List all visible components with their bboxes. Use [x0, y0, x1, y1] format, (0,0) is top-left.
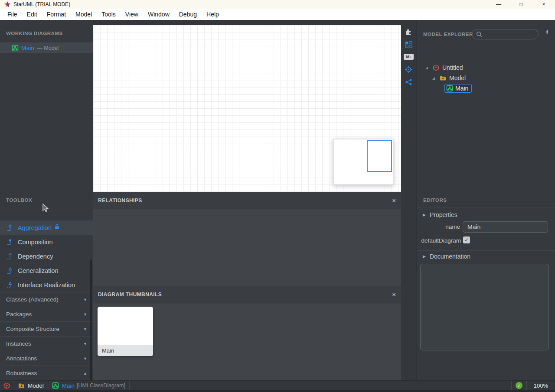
properties-section-header[interactable]: ▶ Properties — [423, 211, 457, 218]
chevron-down-icon: ▼ — [83, 342, 87, 346]
tool-composition[interactable]: Composition — [0, 235, 93, 249]
close-icon[interactable]: × — [532, 0, 555, 9]
working-diagrams-button[interactable] — [403, 39, 415, 50]
zoom-level[interactable]: 100% — [534, 382, 548, 389]
canvas-margin — [93, 20, 401, 25]
staruml-logo-icon — [4, 1, 10, 7]
extensions-button[interactable] — [403, 26, 415, 37]
divider — [48, 381, 48, 390]
side-toolbar: M↓ — [401, 20, 416, 380]
aggregation-icon — [7, 224, 14, 231]
class-diagram-icon — [446, 85, 453, 92]
model-folder-icon — [18, 383, 25, 389]
menu-model[interactable]: Model — [71, 9, 97, 20]
editors-panel: EDITORS ▶ Properties name defaultDiagram… — [416, 192, 555, 380]
menu-debug[interactable]: Debug — [174, 9, 202, 20]
chevron-up-icon: ▲ — [83, 371, 87, 376]
thumbnail-main[interactable]: Main — [98, 307, 153, 356]
menu-tools[interactable]: Tools — [97, 9, 121, 20]
share-graph-icon — [405, 78, 412, 86]
breadcrumb-model[interactable]: Model — [18, 382, 44, 389]
toolbox-section-composite-structure[interactable]: Composite Structure ▼ — [0, 321, 93, 336]
sort-down-icon: ▼ — [545, 32, 548, 35]
tree-item-main[interactable]: Main — [417, 83, 555, 94]
menu-help[interactable]: Help — [202, 9, 224, 20]
toolbox-section-classes-advanced[interactable]: Classes (Advanced) ▼ — [0, 292, 93, 307]
tool-interface-realization[interactable]: Interface Realization — [0, 278, 93, 292]
relationships-panel: RELATIONSHIPS × — [93, 192, 401, 286]
menubar: File Edit Format Model Tools View Window… — [0, 9, 555, 20]
disclosure-icon: ▶ — [423, 213, 426, 217]
expander-icon[interactable]: ◢ — [431, 76, 436, 80]
editors-header: EDITORS — [423, 198, 447, 203]
model-search — [472, 29, 539, 39]
working-diagram-item-main[interactable]: Main — Model — [0, 42, 93, 53]
breadcrumb-diagram[interactable]: Main [UMLClassDiagram] — [52, 382, 125, 389]
tool-generalization[interactable]: Generalization — [0, 263, 93, 278]
interface-realization-icon — [7, 282, 14, 288]
model-explorer-panel: MODEL EXPLORER ▲ ▼ ◢ Untitled ◢ — [416, 20, 555, 192]
sort-button[interactable]: ▲ ▼ — [543, 29, 552, 34]
grid-icon — [405, 41, 412, 48]
focus-target-button[interactable] — [403, 64, 415, 75]
default-diagram-checkbox[interactable]: ✓ — [463, 236, 470, 243]
divider — [417, 250, 555, 251]
chevron-down-icon: ▼ — [83, 312, 87, 317]
maximize-icon[interactable]: □ — [510, 0, 532, 9]
menu-edit[interactable]: Edit — [22, 9, 42, 20]
toolbox-section-robustness[interactable]: Robustness ▲ — [0, 366, 93, 380]
check-icon: ✓ — [517, 383, 521, 388]
tool-dependency[interactable]: Dependency — [0, 249, 93, 263]
documentation-textarea[interactable] — [420, 264, 549, 350]
divider — [511, 381, 512, 390]
chevron-down-icon: ▼ — [83, 298, 87, 302]
validation-ok-button[interactable]: ✓ — [516, 382, 522, 389]
dependency-icon — [7, 253, 14, 260]
chevron-down-icon: ▼ — [83, 356, 87, 361]
tool-aggregation[interactable]: Aggregation — [0, 220, 93, 235]
toolbox-section-instances[interactable]: Instances ▼ — [0, 336, 93, 351]
search-icon — [476, 31, 482, 37]
relationships-button[interactable] — [403, 76, 415, 87]
minimize-icon[interactable]: — — [487, 0, 510, 9]
crosshair-icon — [405, 65, 413, 74]
selected-tree-item[interactable]: Main — [444, 84, 472, 93]
diagram-name: Main — [21, 45, 34, 52]
staruml-window: StarUML (TRIAL MODE) — □ × File Edit For… — [0, 0, 555, 392]
menu-format[interactable]: Format — [42, 9, 71, 20]
mouse-cursor — [42, 204, 50, 212]
close-icon[interactable]: × — [392, 291, 396, 298]
menu-view[interactable]: View — [121, 9, 143, 20]
markdown-button[interactable]: M↓ — [403, 51, 415, 62]
search-input[interactable] — [485, 31, 532, 38]
tree-item-model[interactable]: ◢ Model — [417, 73, 555, 83]
divider — [14, 381, 14, 390]
relationships-content — [93, 210, 401, 286]
diagram-thumbnails-panel: DIAGRAM THUMBNAILS × Main — [93, 286, 401, 380]
statusbar: Model Main [UMLClassDiagram] ✓ 100% — [0, 380, 555, 392]
breadcrumb-project[interactable] — [3, 382, 10, 389]
close-icon[interactable]: × — [392, 197, 396, 204]
disclosure-icon: ▶ — [423, 254, 426, 259]
tree-item-untitled[interactable]: ◢ Untitled — [417, 62, 555, 73]
documentation-section-header[interactable]: ▶ Documentation — [423, 253, 470, 260]
name-field[interactable] — [463, 221, 548, 233]
project-cube-icon — [433, 65, 439, 71]
toolbox-section-packages[interactable]: Packages ▼ — [0, 307, 93, 321]
diagram-context: — Model — [37, 45, 59, 51]
divider — [417, 207, 555, 207]
markdown-icon: M↓ — [404, 54, 414, 60]
toolbox-section-annotations[interactable]: Annotations ▼ — [0, 351, 93, 366]
thumbnail-label: Main — [98, 345, 153, 356]
menu-window[interactable]: Window — [143, 9, 174, 20]
model-explorer-header: MODEL EXPLORER — [423, 32, 473, 37]
divider — [526, 381, 527, 390]
generalization-icon — [7, 267, 14, 274]
selection-rectangle[interactable] — [367, 140, 392, 172]
expander-icon[interactable]: ◢ — [424, 66, 429, 70]
diagram-canvas[interactable] — [93, 25, 401, 192]
toolbox-panel: TOOLBOX Aggregation Composition — [0, 192, 93, 380]
toolbox-scrollbar[interactable] — [90, 259, 92, 380]
project-cube-icon — [3, 382, 10, 389]
menu-file[interactable]: File — [3, 9, 22, 20]
